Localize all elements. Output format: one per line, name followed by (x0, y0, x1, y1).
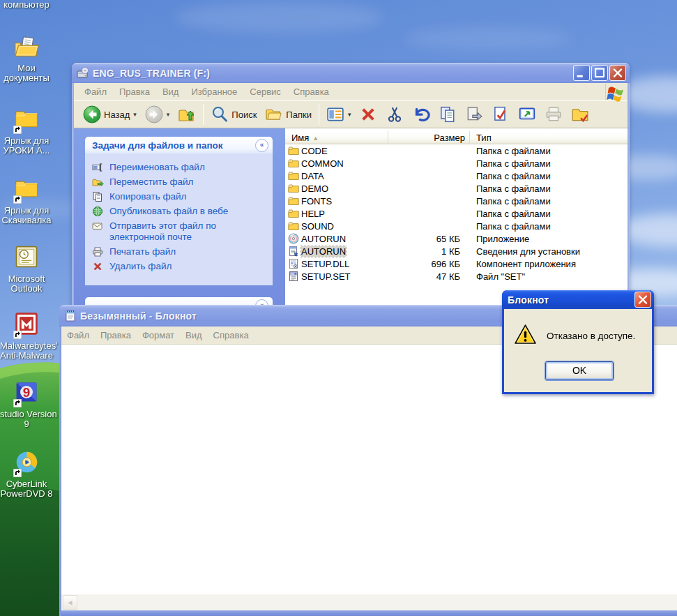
undo-button[interactable] (409, 104, 434, 125)
explorer-menubar: ФайлПравкаВидИзбранноеСервисСправка (74, 83, 627, 101)
column-header-size[interactable]: Размер (388, 131, 470, 144)
delete-icon (92, 261, 104, 272)
dialog-title: Блокнот (508, 294, 634, 306)
notepad-horizontal-scrollbar[interactable]: ◄ (61, 594, 677, 610)
notepad-menu-2[interactable]: Правка (95, 330, 137, 340)
file-row-data-2[interactable]: DATAПапка с файлами (285, 170, 627, 182)
close-button[interactable] (634, 292, 651, 308)
copy-button-icon (439, 105, 457, 123)
shortcut-skachivalka-icon (13, 176, 40, 204)
desktop-icon-label: компьютер (0, 0, 53, 10)
task-print[interactable]: Печатать файл (92, 246, 267, 257)
task-move[interactable]: Переместить файл (92, 176, 267, 188)
setup-file-icon (288, 246, 299, 257)
explorer-menu-6[interactable]: Справка (287, 87, 335, 97)
file-row-demo-3[interactable]: DEMOПапка с файлами (285, 182, 627, 195)
move-to-button-icon (465, 105, 483, 123)
back-button[interactable]: Назад▾ (79, 104, 140, 125)
folder-file-icon (288, 158, 299, 169)
column-header-type[interactable]: Тип (470, 131, 627, 144)
desktop-icon-shortcut-uroki[interactable]: Ярлык дляУРОКИ А... (0, 106, 53, 155)
file-row-fonts-4[interactable]: FONTSПапка с файлами (285, 195, 627, 207)
desktop-icon-my-documents[interactable]: Моидокументы (0, 33, 53, 82)
desktop-icon-my-computer[interactable]: компьютер (0, 0, 53, 10)
task-email[interactable]: Отправить этот файл по электронной почте (92, 220, 267, 243)
notepad-menu-5[interactable]: Справка (208, 330, 254, 340)
explorer-title: ENG_RUS_TRAINER (F:) (93, 68, 573, 79)
task-delete[interactable]: Удалить файл (92, 261, 267, 272)
dropdown-caret-icon: ▾ (167, 111, 170, 118)
desktop-icon-label: studio Version9 (0, 410, 53, 428)
task-publish[interactable]: Опубликовать файл в вебе (92, 206, 267, 217)
warning-icon (514, 324, 537, 347)
notepad-menu-4[interactable]: Вид (180, 330, 208, 340)
microsoft-outlook-icon (13, 244, 40, 272)
up-button[interactable] (174, 104, 199, 125)
file-row-autorun-7[interactable]: AUTORUN65 КБПриложение (285, 232, 627, 245)
folder-options-button[interactable] (568, 104, 593, 125)
malwarebytes-icon (13, 311, 40, 339)
desktop-icon-label: Моидокументы (0, 63, 53, 82)
file-row-code-0[interactable]: CODEПапка с файлами (285, 144, 627, 157)
views-button-icon (326, 105, 344, 123)
explorer-titlebar[interactable]: ENG_RUS_TRAINER (F:) (72, 63, 630, 83)
notepad-menu-1[interactable]: Файл (61, 330, 95, 340)
explorer-toolbar: Назад▾▾ПоискПапки▾ (74, 101, 627, 128)
delete-button[interactable] (356, 104, 381, 125)
drive-icon (77, 67, 89, 80)
task-copy[interactable]: Копировать файл (92, 191, 267, 202)
move-icon (92, 176, 104, 188)
studio-version-9-icon: 9 (13, 380, 40, 407)
desktop-icon-label: Ярлык дляУРОКИ А... (0, 136, 53, 155)
check-files-button[interactable] (488, 104, 513, 125)
notepad-menu-3[interactable]: Формат (137, 330, 180, 340)
file-row-setup-dll-9[interactable]: SETUP.DLL696 КБКомпонент приложения (285, 257, 627, 270)
fullscreen-button[interactable] (515, 104, 540, 125)
file-row-setup-set-10[interactable]: SETUP.SET47 КБФайл "SET" (285, 270, 627, 283)
dll-file-icon (288, 258, 299, 269)
search-button[interactable]: Поиск (207, 104, 260, 125)
explorer-menu-1[interactable]: Файл (78, 87, 113, 97)
desktop-icon-label: MicrosoftOutlook (0, 274, 53, 293)
file-list-header: Имя ▲ Размер Тип (285, 131, 627, 144)
dialog-titlebar[interactable]: Блокнот (502, 290, 654, 309)
ok-button[interactable]: OK (545, 361, 614, 380)
move-to-button[interactable] (462, 104, 487, 125)
svg-text:9: 9 (23, 385, 31, 400)
folder-file-icon (288, 170, 299, 181)
explorer-menu-3[interactable]: Вид (156, 87, 185, 97)
file-tasks-header[interactable]: Задачи для файлов и папок « (85, 137, 273, 153)
copy-button[interactable] (435, 104, 460, 125)
folder-file-icon (288, 220, 299, 232)
file-row-autorun-8[interactable]: AUTORUN1 КБСведения для установки (285, 245, 627, 257)
column-header-name[interactable]: Имя ▲ (285, 131, 388, 144)
desktop-icon-malwarebytes[interactable]: Malwarebytes'Anti-Malware (0, 311, 53, 360)
task-rename[interactable]: Переименовать файл (92, 162, 267, 173)
my-documents-icon (13, 33, 40, 61)
copy-icon (92, 191, 104, 202)
cut-button[interactable] (382, 104, 407, 125)
file-row-common-1[interactable]: COMMONПапка с файлами (285, 157, 627, 170)
check-files-button-icon (492, 105, 510, 123)
forward-button[interactable]: ▾ (142, 104, 174, 125)
file-tasks-panel: Задачи для файлов и папок « Переименоват… (85, 137, 273, 285)
scroll-left-button[interactable]: ◄ (63, 595, 77, 610)
print-icon (92, 246, 104, 257)
desktop-icon-studio-version-9[interactable]: 9studio Version9 (0, 380, 53, 428)
close-button[interactable] (609, 65, 626, 81)
desktop-icon-cyberlink-powerdvd[interactable]: CyberLinkPowerDVD 8 (0, 449, 53, 498)
maximize-button[interactable] (591, 65, 608, 81)
minimize-button[interactable] (573, 65, 590, 81)
search-button-icon (211, 105, 229, 123)
explorer-menu-2[interactable]: Правка (113, 87, 156, 97)
file-row-sound-6[interactable]: SOUNDПапка с файлами (285, 220, 627, 232)
collapse-chevron-icon[interactable]: « (255, 139, 268, 152)
print-button[interactable] (541, 104, 566, 125)
views-button[interactable]: ▾ (323, 104, 355, 125)
explorer-menu-4[interactable]: Избранное (185, 87, 243, 97)
desktop-icon-microsoft-outlook[interactable]: MicrosoftOutlook (0, 244, 53, 293)
explorer-menu-5[interactable]: Сервис (243, 87, 287, 97)
folders-button[interactable]: Папки (261, 104, 315, 125)
file-row-help-5[interactable]: HELPПапка с файлами (285, 207, 627, 220)
desktop-icon-shortcut-skachivalka[interactable]: Ярлык дляСкачивалка (0, 176, 53, 225)
